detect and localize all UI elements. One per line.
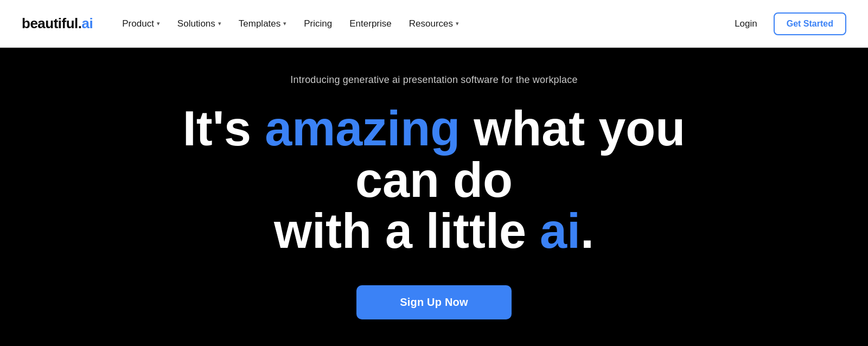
hero-title-prefix-1: It's <box>183 101 265 156</box>
nav-item-pricing[interactable]: Pricing <box>296 14 340 34</box>
hero-title-suffix-2: . <box>580 204 594 258</box>
nav-item-solutions-label: Solutions <box>177 18 215 29</box>
navbar-right: Login Get Started <box>727 12 846 35</box>
signup-button[interactable]: Sign Up Now <box>356 285 512 319</box>
chevron-down-icon: ▾ <box>157 20 160 27</box>
nav-item-templates-label: Templates <box>239 18 280 29</box>
hero-title-highlight-amazing: amazing <box>265 101 460 156</box>
hero-section: Introducing generative ai presentation s… <box>0 48 868 346</box>
hero-title-highlight-ai: ai <box>540 204 580 258</box>
hero-subtitle: Introducing generative ai presentation s… <box>290 74 577 86</box>
logo[interactable]: beautiful.ai <box>22 15 93 32</box>
logo-text-before: beautiful <box>22 15 78 31</box>
logo-dot: . <box>78 15 82 31</box>
chevron-down-icon: ▾ <box>456 20 459 27</box>
logo-ai: ai <box>82 15 93 31</box>
nav-item-enterprise-label: Enterprise <box>349 18 391 29</box>
nav-item-resources[interactable]: Resources ▾ <box>401 14 467 34</box>
nav-links: Product ▾ Solutions ▾ Templates ▾ Pricin… <box>114 14 467 34</box>
login-button[interactable]: Login <box>727 14 765 34</box>
hero-title: It's amazing what you can do with a litt… <box>136 103 732 257</box>
nav-item-templates[interactable]: Templates ▾ <box>231 14 294 34</box>
hero-title-prefix-2: with a little <box>274 204 540 258</box>
nav-item-product[interactable]: Product ▾ <box>114 14 168 34</box>
chevron-down-icon: ▾ <box>283 20 286 27</box>
nav-item-pricing-label: Pricing <box>304 18 332 29</box>
nav-item-resources-label: Resources <box>409 18 453 29</box>
chevron-down-icon: ▾ <box>218 20 221 27</box>
get-started-button[interactable]: Get Started <box>774 12 846 35</box>
nav-item-solutions[interactable]: Solutions ▾ <box>170 14 229 34</box>
navbar: beautiful.ai Product ▾ Solutions ▾ Templ… <box>0 0 868 48</box>
nav-item-enterprise[interactable]: Enterprise <box>342 14 399 34</box>
nav-item-product-label: Product <box>122 18 154 29</box>
navbar-left: beautiful.ai Product ▾ Solutions ▾ Templ… <box>22 14 467 34</box>
